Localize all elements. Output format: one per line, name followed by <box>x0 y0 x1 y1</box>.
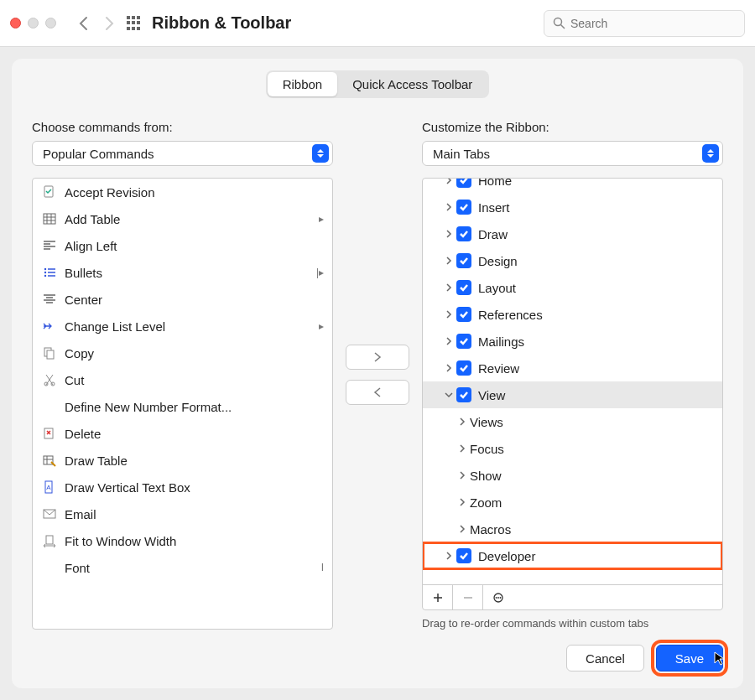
traffic-lights <box>10 18 56 29</box>
command-item[interactable]: Change List Level▸ <box>33 313 332 340</box>
commands-source-dropdown[interactable]: Popular Commands <box>32 141 333 166</box>
command-label: Email <box>65 507 312 521</box>
tree-item[interactable]: Draw <box>423 220 722 247</box>
disclosure-icon[interactable] <box>455 525 470 533</box>
command-item[interactable]: Accept Revision <box>33 179 332 205</box>
listlevel-icon <box>41 319 58 334</box>
disclosure-icon[interactable] <box>441 364 456 372</box>
command-item[interactable]: Define New Number Format... <box>33 393 332 420</box>
command-item[interactable]: Draw Table <box>33 447 332 474</box>
svg-rect-8 <box>47 350 54 359</box>
ribbon-tree[interactable]: HomeInsertDrawDesignLayoutReferencesMail… <box>422 178 723 610</box>
checkbox-icon[interactable] <box>456 334 471 349</box>
search-input[interactable] <box>570 17 736 30</box>
transfer-column <box>340 120 415 630</box>
command-item[interactable]: Bullets|▸ <box>33 259 332 286</box>
command-label: Add Table <box>65 212 312 226</box>
tree-item[interactable]: Macros <box>423 516 722 542</box>
tree-item-label: View <box>478 388 714 402</box>
tree-item-label: Mailings <box>478 334 714 349</box>
save-button[interactable]: Save <box>656 645 723 671</box>
window-body: Ribbon Quick Access Toolbar Choose comma… <box>0 47 755 700</box>
forward-button[interactable] <box>96 11 122 36</box>
back-button[interactable] <box>71 11 96 36</box>
zoom-window-button[interactable] <box>45 18 56 29</box>
copy-icon <box>41 345 58 360</box>
disclosure-icon[interactable] <box>441 391 456 399</box>
blank-icon <box>41 560 58 575</box>
tree-item[interactable]: Design <box>423 247 722 274</box>
command-item[interactable]: Copy <box>33 340 332 366</box>
commands-list[interactable]: Accept RevisionAdd Table▸Align LeftBulle… <box>32 178 333 630</box>
tree-footer <box>423 584 722 609</box>
tree-item[interactable]: Views <box>423 408 722 435</box>
disclosure-icon[interactable] <box>455 498 470 506</box>
remove-tab-button[interactable] <box>453 585 483 609</box>
tree-item[interactable]: Developer <box>423 542 722 569</box>
tab-ribbon[interactable]: Ribbon <box>268 72 338 96</box>
disclosure-icon[interactable] <box>441 203 456 211</box>
tab-quick-access-toolbar[interactable]: Quick Access Toolbar <box>337 72 487 96</box>
tree-item-label: Layout <box>478 281 714 295</box>
options-button[interactable] <box>483 585 513 609</box>
add-command-button[interactable] <box>346 345 409 370</box>
close-window-button[interactable] <box>10 18 21 29</box>
checkbox-icon[interactable] <box>456 360 471 376</box>
add-tab-button[interactable] <box>423 585 453 609</box>
disclosure-icon[interactable] <box>441 552 456 560</box>
tree-item[interactable]: Zoom <box>423 489 722 516</box>
command-item[interactable]: Delete <box>33 420 332 447</box>
disclosure-icon[interactable] <box>441 283 456 292</box>
checkbox-icon[interactable] <box>456 253 471 268</box>
checkbox-icon[interactable] <box>456 548 471 563</box>
disclosure-icon[interactable] <box>441 230 456 238</box>
disclosure-icon[interactable] <box>441 310 456 319</box>
command-item[interactable]: Add Table▸ <box>33 205 332 232</box>
checkbox-icon[interactable] <box>456 307 471 322</box>
svg-point-0 <box>555 18 562 26</box>
command-item[interactable]: Center <box>33 286 332 313</box>
tree-item[interactable]: Review <box>423 355 722 381</box>
command-item[interactable]: ADraw Vertical Text Box <box>33 474 332 500</box>
disclosure-icon[interactable] <box>441 179 456 184</box>
tree-item[interactable]: References <box>423 301 722 328</box>
search-field[interactable] <box>544 10 745 37</box>
disclosure-icon[interactable] <box>455 444 470 453</box>
dialog-footer: Cancel Save <box>32 645 723 671</box>
tree-item[interactable]: Home <box>423 179 722 194</box>
disclosure-icon[interactable] <box>455 417 470 426</box>
cut-icon <box>41 372 58 387</box>
checkbox-icon[interactable] <box>456 226 471 241</box>
tree-item[interactable]: Focus <box>423 435 722 462</box>
disclosure-icon[interactable] <box>455 471 470 480</box>
command-item[interactable]: FontI <box>33 554 332 581</box>
remove-command-button[interactable] <box>346 380 409 405</box>
tree-item[interactable]: Show <box>423 462 722 489</box>
alignleft-icon <box>41 238 58 253</box>
bullets-icon <box>41 265 58 280</box>
checkbox-icon[interactable] <box>456 280 471 295</box>
tree-item[interactable]: Layout <box>423 274 722 301</box>
svg-point-9 <box>44 382 48 386</box>
vtextbox-icon: A <box>41 480 58 495</box>
command-label: Draw Vertical Text Box <box>65 480 312 495</box>
command-label: Accept Revision <box>65 185 312 200</box>
command-item[interactable]: Cut <box>33 366 332 393</box>
command-item[interactable]: Email <box>33 500 332 527</box>
table-icon <box>41 211 58 226</box>
tree-item[interactable]: Mailings <box>423 328 722 355</box>
tree-item-label: Draw <box>478 227 714 241</box>
minimize-window-button[interactable] <box>28 18 39 29</box>
disclosure-icon[interactable] <box>441 337 456 345</box>
tree-item[interactable]: Insert <box>423 194 722 220</box>
disclosure-icon[interactable] <box>441 257 456 265</box>
all-preferences-icon[interactable] <box>127 16 142 31</box>
tree-item[interactable]: View <box>423 381 722 408</box>
command-item[interactable]: Fit to Window Width <box>33 527 332 554</box>
checkbox-icon[interactable] <box>456 179 471 188</box>
checkbox-icon[interactable] <box>456 387 471 402</box>
ribbon-scope-dropdown[interactable]: Main Tabs <box>422 141 723 166</box>
command-item[interactable]: Align Left <box>33 232 332 259</box>
checkbox-icon[interactable] <box>456 200 471 215</box>
cancel-button[interactable]: Cancel <box>566 645 644 671</box>
